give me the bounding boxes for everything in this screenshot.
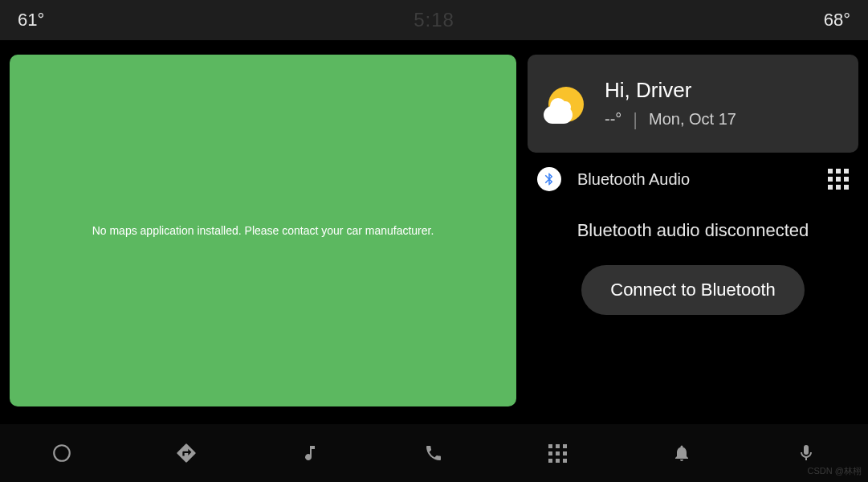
weather-icon (545, 85, 585, 125)
separator: | (633, 109, 638, 130)
navigation-icon (175, 442, 198, 464)
map-message: No maps application installed. Please co… (92, 224, 434, 237)
nav-voice-button[interactable] (790, 437, 822, 469)
content-area: No maps application installed. Please co… (0, 40, 868, 415)
map-card[interactable]: No maps application installed. Please co… (10, 55, 516, 406)
nav-navigation-button[interactable] (170, 437, 202, 469)
status-bar: 61° 5:18 68° (0, 0, 868, 40)
status-time: 5:18 (414, 9, 454, 31)
audio-header-left: Bluetooth Audio (537, 167, 690, 191)
audio-source-label: Bluetooth Audio (577, 170, 690, 189)
audio-header: Bluetooth Audio (534, 167, 852, 206)
phone-icon (424, 443, 443, 463)
weather-date: Mon, Oct 17 (649, 110, 736, 129)
nav-apps-button[interactable] (542, 437, 574, 469)
nav-phone-button[interactable] (418, 437, 450, 469)
right-column: Hi, Driver --° | Mon, Oct 17 Bluetooth A… (528, 55, 858, 415)
connect-bluetooth-button[interactable]: Connect to Bluetooth (581, 265, 804, 315)
circle-outline-icon (51, 443, 72, 464)
date-row: --° | Mon, Oct 17 (605, 109, 736, 130)
audio-status: Bluetooth audio disconnected (534, 220, 852, 241)
music-note-icon (300, 443, 320, 464)
nav-bar (0, 424, 868, 482)
microphone-icon (797, 443, 816, 464)
weather-temp: --° (605, 110, 621, 129)
nav-home-button[interactable] (46, 437, 78, 469)
nav-music-button[interactable] (294, 437, 326, 469)
bluetooth-icon (537, 167, 561, 191)
status-left-temp: 61° (18, 10, 44, 31)
nav-notifications-button[interactable] (666, 437, 698, 469)
bell-icon (672, 443, 691, 463)
watermark: CSDN @林栩 (808, 465, 862, 477)
status-right-temp: 68° (824, 10, 850, 31)
weather-text: Hi, Driver --° | Mon, Oct 17 (605, 78, 736, 130)
audio-section: Bluetooth Audio Bluetooth audio disconne… (528, 153, 858, 315)
weather-card[interactable]: Hi, Driver --° | Mon, Oct 17 (528, 55, 858, 153)
audio-apps-icon[interactable] (828, 169, 849, 190)
apps-grid-icon (548, 444, 567, 463)
greeting-text: Hi, Driver (605, 78, 736, 103)
